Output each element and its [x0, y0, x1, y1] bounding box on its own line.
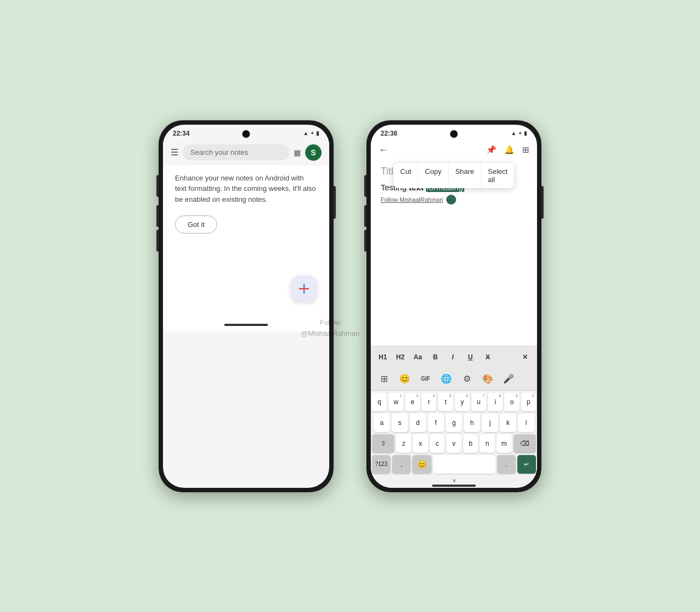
- fab-plus-icon: [298, 283, 310, 295]
- grid-view-icon[interactable]: ▦: [294, 148, 301, 157]
- key-y[interactable]: y6: [455, 393, 470, 411]
- nav-pill-2: [432, 485, 476, 487]
- key-u[interactable]: u7: [471, 393, 486, 411]
- phone-1: 22:34 ⏱ ▲ + ▮ ☰ Search your notes ▦ S: [159, 120, 334, 492]
- key-r[interactable]: r4: [422, 393, 436, 411]
- key-c[interactable]: c: [430, 434, 445, 453]
- key-q[interactable]: q: [372, 393, 387, 411]
- notes-grid-area: New! Format your text in new notes Enhan…: [163, 165, 329, 318]
- emoji-key[interactable]: 😊: [412, 455, 431, 474]
- key-h[interactable]: h: [464, 413, 480, 432]
- hamburger-icon[interactable]: ☰: [171, 147, 178, 158]
- phone-2-screen: 22:36 ⏱ ▲ + ▮ ← 📌 🔔 ⊞ Cut Copy Share Sel…: [371, 125, 537, 488]
- keyboard-icon[interactable]: ⊞: [375, 370, 393, 388]
- promo-description: Enhance your new notes on Android with t…: [175, 173, 317, 205]
- status-time-1: 22:34: [173, 130, 190, 137]
- key-z[interactable]: z: [396, 434, 411, 453]
- pin-icon[interactable]: 📌: [486, 145, 497, 155]
- wifi-icon-2: ▲: [511, 130, 516, 136]
- selection-handle: [446, 195, 456, 205]
- theme-icon[interactable]: 🎨: [479, 370, 497, 388]
- settings-icon[interactable]: ⚙: [458, 370, 476, 388]
- note-attribution: Follow MishaalRahman: [381, 195, 527, 205]
- context-share[interactable]: Share: [448, 163, 481, 188]
- context-cut[interactable]: Cut: [394, 163, 418, 188]
- enter-key[interactable]: ↵: [517, 455, 536, 474]
- strikethrough-button[interactable]: X: [480, 349, 495, 365]
- key-j[interactable]: j: [482, 413, 498, 432]
- key-l[interactable]: l: [518, 413, 534, 432]
- battery-icon-2: ▮: [524, 130, 527, 136]
- header-actions: 📌 🔔 ⊞: [486, 145, 529, 155]
- key-w[interactable]: w2: [388, 393, 403, 411]
- key-n[interactable]: n: [480, 434, 495, 453]
- search-bar[interactable]: Search your notes: [183, 144, 289, 160]
- phone-1-screen: 22:34 ⏱ ▲ + ▮ ☰ Search your notes ▦ S: [163, 125, 329, 488]
- key-g[interactable]: g: [446, 413, 462, 432]
- note-editor-header: ← 📌 🔔 ⊞: [371, 140, 537, 160]
- backspace-key[interactable]: ⌫: [514, 434, 536, 453]
- keyboard: H1 H2 Aa B I U X ✕ ⊞ 😊 GIF 🌐 ⚙ 🎨 🎤: [371, 346, 537, 488]
- key-i[interactable]: i8: [488, 393, 503, 411]
- keyboard-row2: ⊞ 😊 GIF 🌐 ⚙ 🎨 🎤: [371, 368, 537, 390]
- status-icons-2: ▲ + ▮: [511, 130, 527, 136]
- got-it-button[interactable]: Got it: [175, 215, 217, 234]
- underline-button[interactable]: U: [463, 349, 478, 365]
- header-right: ▦ S: [294, 144, 322, 161]
- voice-icon[interactable]: 🎤: [500, 370, 517, 388]
- keyboard-keys: q w2 e3 r4 t5 y6 u7 i8 o9 p0 a s d f: [371, 390, 537, 477]
- avatar[interactable]: S: [305, 144, 322, 161]
- status-icons-1: ▲ + ▮: [303, 130, 319, 136]
- battery-icon: ▮: [316, 130, 319, 136]
- context-select-all[interactable]: Select all: [481, 163, 514, 188]
- search-placeholder: Search your notes: [190, 148, 248, 156]
- key-k[interactable]: k: [500, 413, 516, 432]
- key-d[interactable]: d: [410, 413, 426, 432]
- phone-2: 22:36 ⏱ ▲ + ▮ ← 📌 🔔 ⊞ Cut Copy Share Sel…: [366, 120, 541, 492]
- italic-button[interactable]: I: [445, 349, 460, 365]
- h1-button[interactable]: H1: [375, 349, 390, 365]
- key-a[interactable]: a: [374, 413, 390, 432]
- bold-button[interactable]: B: [428, 349, 443, 365]
- key-f[interactable]: f: [428, 413, 444, 432]
- nav-pill-1: [224, 324, 268, 326]
- plus-icon-2: +: [518, 130, 522, 136]
- plus-icon: +: [311, 130, 314, 136]
- key-e[interactable]: e3: [405, 393, 420, 411]
- key-p[interactable]: p0: [521, 393, 536, 411]
- shift-key[interactable]: ⇧: [372, 434, 394, 453]
- key-row-1: q w2 e3 r4 t5 y6 u7 i8 o9 p0: [372, 393, 536, 411]
- back-button[interactable]: ←: [378, 144, 388, 156]
- chevron-down-icon: ∨: [452, 477, 456, 483]
- formatting-toolbar: H1 H2 Aa B I U X ✕: [371, 346, 537, 368]
- key-s[interactable]: s: [392, 413, 408, 432]
- key-x[interactable]: x: [413, 434, 428, 453]
- notes-header: ☰ Search your notes ▦ S: [163, 140, 329, 165]
- translate-icon[interactable]: 🌐: [438, 370, 455, 388]
- num-key[interactable]: ?123: [372, 455, 390, 474]
- key-t[interactable]: t5: [438, 393, 453, 411]
- context-menu: Cut Copy Share Select all: [394, 163, 514, 188]
- dismiss-formatting-button[interactable]: ✕: [517, 349, 533, 365]
- key-m[interactable]: m: [497, 434, 512, 453]
- key-o[interactable]: o9: [504, 393, 519, 411]
- space-key[interactable]: [433, 455, 495, 474]
- key-b[interactable]: b: [463, 434, 479, 453]
- reminder-icon[interactable]: 🔔: [504, 145, 515, 155]
- more-options-icon[interactable]: ⊞: [522, 145, 529, 155]
- comma-key[interactable]: ,: [392, 455, 411, 474]
- status-time-2: 22:36: [381, 130, 398, 137]
- key-row-3: ⇧ z x c v b n m ⌫: [372, 434, 536, 453]
- wifi-icon: ▲: [303, 130, 308, 136]
- emoji-icon[interactable]: 😊: [396, 370, 413, 388]
- fab-button[interactable]: [291, 276, 317, 302]
- h2-button[interactable]: H2: [393, 349, 408, 365]
- aa-button[interactable]: Aa: [410, 349, 425, 365]
- camera-notch: [242, 130, 250, 138]
- context-copy[interactable]: Copy: [418, 163, 448, 188]
- gif-icon[interactable]: GIF: [417, 370, 434, 388]
- watermark-overlay: Follow @MishaalRahman: [301, 317, 359, 339]
- key-v[interactable]: v: [446, 434, 462, 453]
- key-row-2: a s d f g h j k l: [372, 413, 536, 432]
- period-key[interactable]: .: [497, 455, 516, 474]
